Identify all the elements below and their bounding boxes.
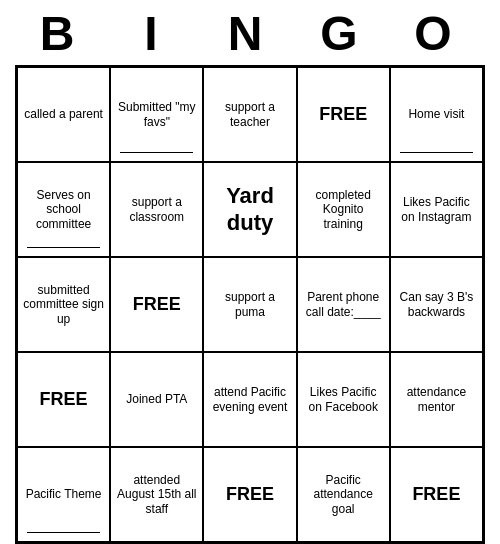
title-n: N	[210, 6, 290, 61]
bingo-cell-24[interactable]: FREE	[390, 447, 483, 542]
bingo-cell-1[interactable]: Submitted "my favs"	[110, 67, 203, 162]
bingo-cell-10[interactable]: submitted committee sign up	[17, 257, 110, 352]
bingo-cell-13[interactable]: Parent phone call date:____	[297, 257, 390, 352]
bingo-grid: called a parentSubmitted "my favs"suppor…	[15, 65, 485, 544]
bingo-cell-0[interactable]: called a parent	[17, 67, 110, 162]
bingo-cell-23[interactable]: Pacific attendance goal	[297, 447, 390, 542]
bingo-cell-21[interactable]: attended August 15th all staff	[110, 447, 203, 542]
bingo-cell-18[interactable]: Likes Pacific on Facebook	[297, 352, 390, 447]
bingo-cell-5[interactable]: Serves on school committee	[17, 162, 110, 257]
title-o: O	[398, 6, 478, 61]
bingo-cell-15[interactable]: FREE	[17, 352, 110, 447]
bingo-cell-7[interactable]: Yard duty	[203, 162, 296, 257]
bingo-cell-14[interactable]: Can say 3 B's backwards	[390, 257, 483, 352]
bingo-cell-22[interactable]: FREE	[203, 447, 296, 542]
bingo-cell-11[interactable]: FREE	[110, 257, 203, 352]
bingo-cell-2[interactable]: support a teacher	[203, 67, 296, 162]
bingo-title: B I N G O	[15, 0, 485, 65]
bingo-cell-8[interactable]: completed Kognito training	[297, 162, 390, 257]
bingo-cell-6[interactable]: support a classroom	[110, 162, 203, 257]
bingo-cell-9[interactable]: Likes Pacific on Instagram	[390, 162, 483, 257]
title-i: I	[116, 6, 196, 61]
bingo-cell-3[interactable]: FREE	[297, 67, 390, 162]
title-b: B	[22, 6, 102, 61]
bingo-cell-4[interactable]: Home visit	[390, 67, 483, 162]
bingo-cell-16[interactable]: Joined PTA	[110, 352, 203, 447]
bingo-cell-19[interactable]: attendance mentor	[390, 352, 483, 447]
bingo-cell-17[interactable]: attend Pacific evening event	[203, 352, 296, 447]
bingo-cell-20[interactable]: Pacific Theme	[17, 447, 110, 542]
title-g: G	[304, 6, 384, 61]
bingo-cell-12[interactable]: support a puma	[203, 257, 296, 352]
